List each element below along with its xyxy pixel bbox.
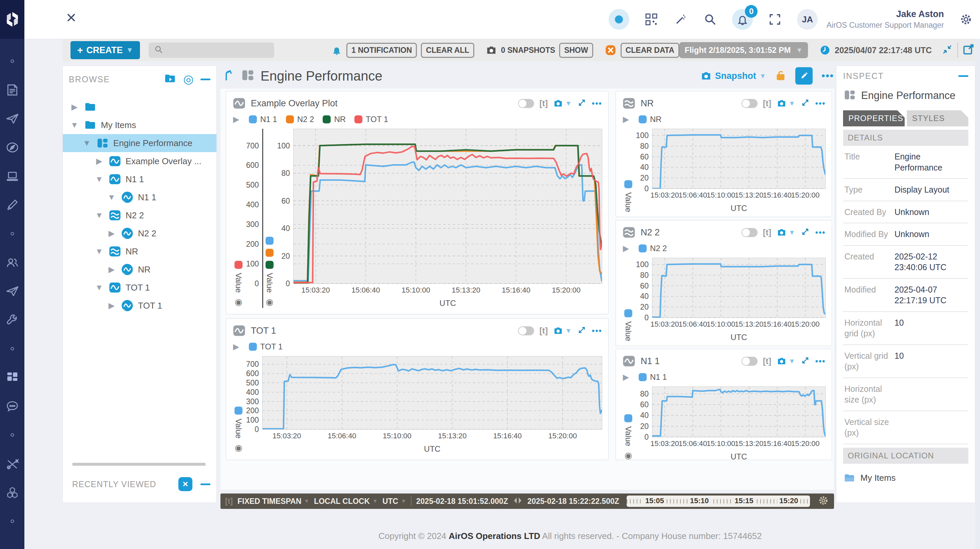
chart-toggle[interactable]: [518, 326, 534, 335]
grid-icon[interactable]: [0, 363, 24, 392]
tree-caret-icon[interactable]: ▼: [94, 283, 104, 292]
tree-caret-icon[interactable]: ▼: [94, 247, 104, 256]
dot-icon[interactable]: [0, 334, 24, 363]
record-indicator-icon[interactable]: [609, 9, 629, 30]
plot-area[interactable]: [652, 386, 826, 437]
chart-toggle[interactable]: [741, 99, 757, 108]
cubes-icon[interactable]: [0, 478, 24, 507]
clear-data-button[interactable]: CLEAR DATA: [620, 43, 679, 58]
legend-caret-icon[interactable]: ▶: [622, 115, 630, 124]
close-icon[interactable]: ×: [66, 9, 76, 26]
tree-caret-icon[interactable]: ▶: [107, 265, 116, 274]
reveal-folder-icon[interactable]: [163, 72, 177, 86]
time-ruler[interactable]: 15:0515:1015:1515:20: [627, 495, 810, 507]
chart-more-button[interactable]: •••: [592, 326, 602, 335]
chart-toggle[interactable]: [518, 99, 534, 108]
unlock-icon[interactable]: [775, 69, 787, 83]
tree-item-example-overlay-[interactable]: ▶Example Overlay ...: [63, 152, 216, 170]
time-cursor-icon[interactable]: [t]: [763, 356, 771, 366]
show-snapshots-button[interactable]: SHOW: [559, 43, 593, 58]
tree-item-my-items[interactable]: ▼My Items: [63, 116, 216, 134]
time-cursor-icon[interactable]: [t]: [539, 99, 548, 109]
chart-toggle[interactable]: [741, 228, 757, 237]
expand-chart-icon[interactable]: [801, 98, 810, 109]
chart-more-button[interactable]: •••: [815, 99, 826, 108]
chart-more-button[interactable]: •••: [592, 99, 602, 108]
legend-caret-icon[interactable]: ▶: [622, 372, 630, 382]
tree-caret-icon[interactable]: ▼: [94, 211, 104, 220]
legend-caret-icon[interactable]: ▶: [622, 244, 630, 253]
chart-snapshot-button[interactable]: ▼: [776, 356, 795, 366]
avatar[interactable]: JA: [797, 9, 818, 30]
chart-more-button[interactable]: •••: [815, 228, 826, 237]
user-block[interactable]: Jake Aston AirOS Customer Support Manage…: [826, 9, 944, 30]
tab-styles[interactable]: STYLES: [907, 110, 969, 126]
tree-caret-icon[interactable]: ▶: [70, 102, 80, 112]
expand-chart-icon[interactable]: [801, 227, 810, 238]
tree-caret-icon[interactable]: ▶: [107, 229, 116, 238]
legend-caret-icon[interactable]: ▶: [232, 115, 240, 124]
create-button[interactable]: +CREATE▼: [70, 41, 140, 59]
page-scrollbar[interactable]: [975, 39, 980, 549]
tree-item-n2-2[interactable]: ▶N2 2: [63, 224, 216, 243]
collapse-inspect-icon[interactable]: [958, 75, 968, 77]
notifications-count-button[interactable]: 1 NOTIFICATION: [346, 43, 417, 58]
users-icon[interactable]: [0, 248, 24, 277]
tree-item-n2-2[interactable]: ▼N2 2: [63, 206, 216, 224]
tree-caret-icon[interactable]: ▼: [70, 120, 80, 130]
clock-mode-select[interactable]: LOCAL CLOCK: [314, 497, 370, 506]
timespan-end[interactable]: 2025-02-18 15:22:22.500Z: [527, 497, 619, 506]
visibility-eye-icon[interactable]: ◉: [235, 297, 242, 307]
tree-caret-icon[interactable]: ▼: [107, 193, 116, 202]
tree-item-tot-1[interactable]: ▼TOT 1: [63, 279, 216, 297]
tree-item-nr[interactable]: ▼NR: [63, 243, 216, 260]
original-location-item[interactable]: My Items: [843, 472, 968, 485]
clear-recent-icon[interactable]: ×: [178, 477, 192, 491]
chart-more-button[interactable]: •••: [815, 356, 826, 366]
dot-icon[interactable]: [0, 507, 24, 536]
timespan-mode-select[interactable]: FIXED TIMESPAN: [237, 497, 301, 506]
expand-chart-icon[interactable]: [577, 325, 587, 336]
chat-icon[interactable]: [0, 392, 24, 421]
more-options-button[interactable]: •••: [821, 70, 834, 81]
timezone-select[interactable]: UTC: [382, 497, 398, 506]
tools-icon[interactable]: [0, 449, 24, 478]
edit-button[interactable]: [795, 67, 813, 85]
plot-area[interactable]: [262, 356, 602, 429]
search-icon[interactable]: [703, 12, 718, 27]
qr-code-icon[interactable]: [644, 12, 659, 27]
notifications-bell-icon[interactable]: 0: [732, 9, 753, 30]
plot-area[interactable]: [652, 258, 826, 318]
time-cursor-icon[interactable]: [t]: [763, 228, 771, 238]
snapshot-button[interactable]: Snapshot ▼: [700, 70, 766, 81]
navigate-up-icon[interactable]: [222, 68, 236, 84]
visibility-eye-icon[interactable]: ◉: [235, 443, 242, 453]
chart-toggle[interactable]: [741, 357, 757, 366]
tree-item-unnamed[interactable]: ▶: [63, 98, 216, 116]
legend-item[interactable]: N2 2: [286, 115, 314, 124]
dot-icon[interactable]: [0, 219, 24, 248]
legend-caret-icon[interactable]: ▶: [232, 342, 240, 351]
pencil-icon[interactable]: [0, 191, 24, 219]
horizontal-scrollbar[interactable]: [72, 463, 206, 466]
flight-select[interactable]: Flight 2/18/2025, 3:01:52 PM▼: [679, 42, 808, 58]
plane-icon[interactable]: [0, 277, 24, 306]
legend-item[interactable]: NR: [639, 115, 662, 124]
legend-item[interactable]: N1 1: [249, 115, 277, 124]
collapse-panel-icon[interactable]: [200, 78, 210, 80]
tree-caret-icon[interactable]: ▶: [94, 156, 104, 166]
tree-caret-icon[interactable]: ▶: [107, 301, 116, 310]
legend-item[interactable]: TOT 1: [355, 115, 388, 124]
target-icon[interactable]: ◎: [183, 73, 194, 85]
plot-area[interactable]: [652, 129, 826, 189]
compass-icon[interactable]: [0, 133, 24, 162]
news-icon[interactable]: [0, 75, 24, 104]
legend-item[interactable]: N2 2: [639, 244, 667, 253]
plot-area[interactable]: [293, 129, 602, 284]
tree-item-nr[interactable]: ▶NR: [63, 260, 216, 279]
clear-all-button[interactable]: CLEAR ALL: [421, 43, 474, 58]
dot-icon[interactable]: [0, 421, 24, 449]
wrench-icon[interactable]: [0, 306, 24, 334]
time-cursor-icon[interactable]: [t]: [539, 326, 548, 336]
time-cursor-icon[interactable]: [t]: [225, 497, 233, 506]
